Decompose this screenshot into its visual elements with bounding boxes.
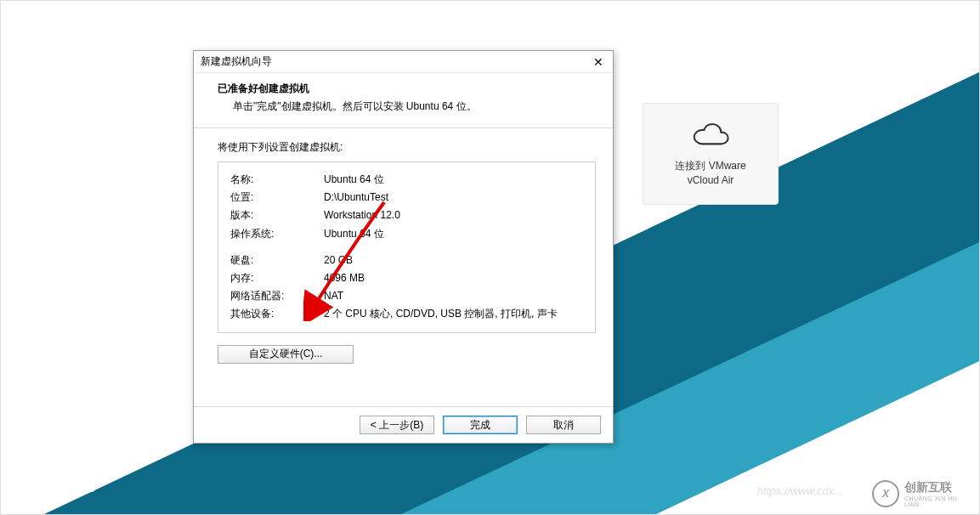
settings-value: Ubuntu 64 位 — [324, 171, 583, 189]
tile-label-line1: 连接到 VMware — [675, 159, 745, 173]
settings-summary-box: 名称:Ubuntu 64 位位置:D:\UbuntuTest版本:Worksta… — [218, 161, 596, 333]
settings-key: 位置: — [230, 189, 324, 207]
settings-key: 版本: — [230, 207, 324, 224]
cx-logo-text: 创新互联 — [904, 480, 974, 495]
settings-key: 网络适配器: — [230, 287, 324, 305]
settings-key: 名称: — [230, 171, 324, 189]
cx-brand-logo: X 创新互联 CHUANG XIN HU LIAN — [872, 478, 974, 509]
cx-logo-sub: CHUANG XIN HU LIAN — [904, 495, 974, 507]
tile-connect-vcloud[interactable]: 连接到 VMware vCloud Air — [643, 103, 779, 205]
tile-label: 连接到 VMware vCloud Air — [675, 159, 745, 188]
finish-button[interactable]: 完成 — [443, 416, 518, 434]
settings-value: 2 个 CPU 核心, CD/DVD, USB 控制器, 打印机, 声卡 — [324, 305, 583, 323]
settings-row: 其他设备:2 个 CPU 核心, CD/DVD, USB 控制器, 打印机, 声… — [230, 305, 583, 323]
settings-row: 操作系统:Ubuntu 64 位 — [230, 225, 583, 243]
dialog-header: 已准备好创建虚拟机 单击"完成"创建虚拟机。然后可以安装 Ubuntu 64 位… — [194, 73, 613, 128]
settings-value: 20 GB — [324, 252, 583, 269]
dialog-titlebar[interactable]: 新建虚拟机向导 ✕ — [194, 51, 613, 73]
settings-row: 内存:4096 MB — [230, 269, 583, 287]
customize-hardware-button[interactable]: 自定义硬件(C)... — [218, 345, 354, 364]
dialog-footer: < 上一步(B) 完成 取消 — [194, 406, 613, 443]
settings-key: 操作系统: — [230, 225, 324, 243]
settings-value: Workstation 12.0 — [324, 207, 583, 224]
cx-logo-icon: X — [872, 480, 899, 507]
settings-value: NAT — [324, 287, 583, 305]
settings-key: 其他设备: — [230, 305, 324, 323]
settings-row: 硬盘:20 GB — [230, 252, 583, 269]
dialog-body: 将使用下列设置创建虚拟机: 名称:Ubuntu 64 位位置:D:\Ubuntu… — [194, 128, 613, 406]
tile-label-line2: vCloud Air — [675, 173, 745, 188]
cloud-icon — [692, 121, 729, 149]
settings-row: 名称:Ubuntu 64 位 — [230, 171, 583, 189]
close-icon[interactable]: ✕ — [589, 54, 608, 70]
settings-intro: 将使用下列设置创建虚拟机: — [218, 140, 596, 155]
cancel-button[interactable]: 取消 — [526, 416, 601, 434]
new-vm-wizard-dialog: 新建虚拟机向导 ✕ 已准备好创建虚拟机 单击"完成"创建虚拟机。然后可以安装 U… — [193, 50, 614, 444]
dialog-title: 新建虚拟机向导 — [201, 54, 272, 69]
dialog-heading: 已准备好创建虚拟机 — [218, 82, 596, 96]
settings-value: 4096 MB — [324, 269, 583, 287]
settings-row: 版本:Workstation 12.0 — [230, 207, 583, 224]
dialog-subheading: 单击"完成"创建虚拟机。然后可以安装 Ubuntu 64 位。 — [218, 99, 596, 114]
settings-value: D:\UbuntuTest — [324, 189, 583, 207]
vmware-logo: vmware® — [26, 475, 103, 497]
settings-key: 硬盘: — [230, 252, 324, 269]
settings-value: Ubuntu 64 位 — [324, 225, 583, 243]
settings-row: 位置:D:\UbuntuTest — [230, 189, 583, 207]
settings-key: 内存: — [230, 269, 324, 287]
back-button[interactable]: < 上一步(B) — [360, 416, 434, 434]
settings-row: 网络适配器:NAT — [230, 287, 583, 305]
